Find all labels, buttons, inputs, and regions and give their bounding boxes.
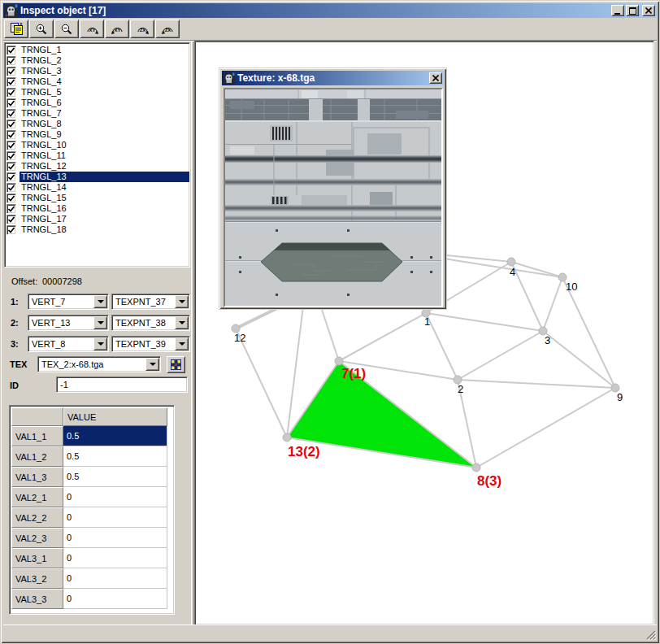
rotate-zx-ccw-button[interactable]: ZX [155, 20, 180, 38]
mesh-canvas[interactable]: 1234910127(1)13(2)8(3) Texture: x-68.tga [194, 41, 654, 625]
checkbox-checked[interactable] [7, 130, 16, 140]
rotate-zx-ccw-icon: ZX [161, 23, 175, 36]
checkbox-checked[interactable] [7, 46, 16, 55]
checkbox-checked[interactable] [7, 204, 16, 214]
value-cell[interactable]: 0 [63, 548, 167, 568]
rotate-xy-cw-button[interactable]: XY [80, 20, 104, 38]
list-item-trngl_16[interactable]: TRNGL_16 [7, 203, 189, 214]
mesh-node-4[interactable] [507, 258, 515, 266]
row-header-cell[interactable]: VAL1_2 [11, 446, 63, 467]
checkbox-checked[interactable] [7, 194, 16, 203]
list-item-trngl_11[interactable]: TRNGL_11 [7, 150, 189, 161]
show-texture-button[interactable] [167, 356, 185, 373]
row-header-cell[interactable]: VAL2_1 [11, 487, 63, 507]
properties-button[interactable]: 2 [4, 20, 28, 38]
rotate-xy-ccw-button[interactable]: XY [105, 20, 129, 38]
list-item-trngl_14[interactable]: TRNGL_14 [7, 182, 189, 193]
list-item-trngl_4[interactable]: TRNGL_4 [7, 76, 189, 87]
row-header-cell[interactable]: VAL3_2 [11, 568, 63, 589]
list-item-label: TRNGL_7 [20, 108, 189, 119]
checkbox-checked[interactable] [7, 183, 16, 193]
list-item-trngl_8[interactable]: TRNGL_8 [7, 119, 189, 129]
list-item-label: TRNGL_5 [20, 87, 189, 98]
checkbox-checked[interactable] [7, 109, 16, 119]
checkbox-checked[interactable] [7, 120, 16, 129]
minimize-button[interactable] [611, 5, 624, 16]
close-button[interactable] [642, 5, 655, 16]
checkbox-checked[interactable] [7, 88, 16, 98]
checkbox-checked[interactable] [7, 98, 16, 108]
id-field[interactable]: -1 [56, 376, 188, 393]
checkbox-checked[interactable] [7, 162, 16, 172]
list-item-trngl_15[interactable]: TRNGL_15 [7, 193, 189, 203]
zoom-in-button[interactable] [29, 20, 54, 38]
checkbox-checked[interactable] [7, 172, 16, 182]
checkbox-checked[interactable] [7, 56, 16, 66]
value-cell[interactable]: 0.5 [63, 426, 167, 446]
triangle-list[interactable]: TRNGL_1TRNGL_2TRNGL_3TRNGL_4TRNGL_5TRNGL… [4, 42, 190, 268]
texture-window-titlebar[interactable]: Texture: x-68.tga [222, 71, 444, 85]
row-header-cell[interactable]: VAL2_2 [11, 507, 63, 528]
list-item-trngl_10[interactable]: TRNGL_10 [7, 140, 189, 150]
checkbox-checked[interactable] [7, 141, 16, 150]
rotate-zx-cw-button[interactable]: ZX [130, 20, 154, 38]
checkbox-checked[interactable] [7, 225, 16, 235]
row-header-cell[interactable]: VAL3_3 [11, 589, 63, 609]
check-icon [7, 67, 15, 76]
list-item-trngl_13[interactable]: TRNGL_13 [7, 172, 189, 182]
checkbox-checked[interactable] [7, 151, 16, 161]
texture-combobox[interactable]: TEX_2:x-68.tga [37, 356, 161, 372]
texture-dropdown-button[interactable] [145, 358, 159, 371]
checkbox-checked[interactable] [7, 67, 16, 76]
value-cell[interactable]: 0.5 [63, 446, 167, 467]
value-cell[interactable]: 0 [63, 507, 167, 528]
value-table: VALUE VAL1_10.5VAL1_20.5VAL1_30.5VAL2_10… [9, 405, 175, 615]
vert-1-combobox[interactable]: VERT_7 [28, 294, 109, 310]
list-item-trngl_9[interactable]: TRNGL_9 [7, 129, 189, 140]
list-item-trngl_18[interactable]: TRNGL_18 [7, 224, 189, 235]
mesh-node-8[interactable] [472, 463, 480, 472]
texpnt-2-dropdown-button[interactable] [175, 316, 189, 329]
value-cell[interactable]: 0 [63, 589, 167, 609]
list-item-trngl_3[interactable]: TRNGL_3 [7, 66, 189, 76]
texpnt-3-value: TEXPNT_39 [112, 339, 174, 349]
mesh-node-7[interactable] [335, 357, 343, 365]
maximize-button[interactable] [626, 5, 639, 16]
texpnt-3-combobox[interactable]: TEXPNT_39 [111, 336, 190, 352]
vert-3-combobox[interactable]: VERT_8 [28, 336, 109, 352]
tex-label: TEX [10, 359, 27, 369]
list-item-trngl_6[interactable]: TRNGL_6 [7, 98, 189, 108]
value-cell[interactable]: 0.5 [63, 467, 167, 487]
vert-2-dropdown-button[interactable] [93, 316, 107, 329]
main-titlebar[interactable]: Inspect object [17] [3, 3, 657, 18]
vert-2-combobox[interactable]: VERT_13 [28, 315, 109, 331]
texture-close-button[interactable] [429, 72, 442, 84]
vert-3-dropdown-button[interactable] [93, 337, 107, 350]
resize-grip[interactable] [645, 629, 656, 640]
vert-1-dropdown-button[interactable] [93, 295, 107, 308]
mesh-node-13[interactable] [283, 433, 291, 442]
checkbox-checked[interactable] [7, 215, 16, 224]
texpnt-2-combobox[interactable]: TEXPNT_38 [111, 315, 190, 331]
row-header-cell[interactable]: VAL1_1 [11, 426, 63, 446]
value-cell[interactable]: 0 [63, 487, 167, 507]
corner-header-cell [11, 407, 63, 426]
row-header-cell[interactable]: VAL3_1 [11, 548, 63, 568]
value-cell[interactable]: 0 [63, 568, 167, 589]
list-item-trngl_7[interactable]: TRNGL_7 [7, 108, 189, 119]
row-header-cell[interactable]: VAL2_3 [11, 528, 63, 548]
list-item-trngl_17[interactable]: TRNGL_17 [7, 214, 189, 224]
list-item-trngl_5[interactable]: TRNGL_5 [7, 87, 189, 98]
checkbox-checked[interactable] [7, 77, 16, 87]
check-icon [7, 131, 15, 139]
texpnt-1-combobox[interactable]: TEXPNT_37 [111, 294, 190, 310]
texpnt-3-dropdown-button[interactable] [175, 337, 189, 350]
list-item-trngl_2[interactable]: TRNGL_2 [7, 55, 189, 66]
value-cell[interactable]: 0 [63, 528, 167, 548]
texpnt-1-dropdown-button[interactable] [175, 295, 189, 308]
close-icon [432, 75, 439, 81]
row-header-cell[interactable]: VAL1_3 [11, 467, 63, 487]
list-item-trngl_12[interactable]: TRNGL_12 [7, 161, 189, 172]
list-item-trngl_1[interactable]: TRNGL_1 [7, 45, 189, 55]
zoom-out-button[interactable] [54, 20, 79, 38]
